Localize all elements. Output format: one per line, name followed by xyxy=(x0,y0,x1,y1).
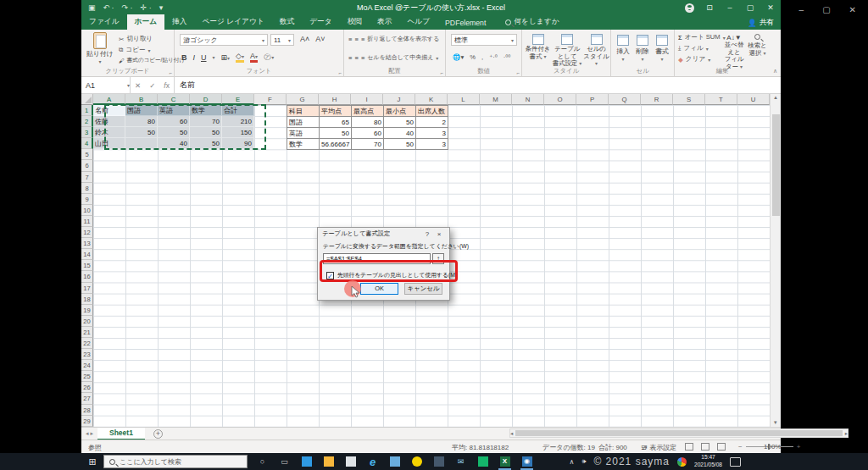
cut-button[interactable]: ✂切り取り xyxy=(119,35,153,43)
row-header[interactable]: 17 xyxy=(81,283,93,294)
row-header[interactable]: 3 xyxy=(81,127,93,138)
cell[interactable]: 数学 xyxy=(190,105,222,116)
tray-chevron-icon[interactable]: ∧ xyxy=(570,458,575,466)
column-header[interactable]: I xyxy=(351,94,383,105)
insert-function-icon[interactable]: fx xyxy=(164,81,170,90)
browser-logo-icon[interactable] xyxy=(677,457,687,467)
display-settings-button[interactable]: 🖳 表示設定 xyxy=(641,443,676,452)
page-break-view-icon[interactable] xyxy=(717,443,726,451)
row-header[interactable]: 10 xyxy=(81,205,93,216)
fill-color-icon[interactable]: ◇▾ xyxy=(236,52,244,63)
row-header[interactable]: 12 xyxy=(81,227,93,238)
column-header[interactable]: O xyxy=(544,94,576,105)
cell[interactable]: 60 xyxy=(158,116,190,127)
taskbar-search-input[interactable]: ここに入力して検索 xyxy=(103,455,248,468)
column-header[interactable]: F xyxy=(254,94,287,105)
column-header[interactable]: H xyxy=(319,94,351,105)
cell[interactable]: 80 xyxy=(352,117,384,128)
cell[interactable]: 70 xyxy=(352,139,384,150)
touch-mode-icon[interactable]: ✛ · xyxy=(141,3,152,12)
cell[interactable]: 56.66667 xyxy=(320,139,352,150)
cell[interactable]: 90 xyxy=(222,138,254,149)
row-header[interactable]: 26 xyxy=(81,382,93,393)
select-all-corner[interactable] xyxy=(81,94,93,105)
collapse-ribbon-icon[interactable]: ∧ xyxy=(773,68,777,75)
cell[interactable]: 科目 xyxy=(287,106,320,117)
phonetic-guide-icon[interactable]: ㋐▾ xyxy=(264,52,274,63)
tab-data[interactable]: データ xyxy=(302,14,339,30)
font-dialog-launcher-icon[interactable]: ⌐ xyxy=(338,70,342,75)
table-range-input[interactable]: =$A$1:$E$4 xyxy=(323,253,431,264)
tab-insert[interactable]: 挿入 xyxy=(164,14,194,30)
column-header[interactable]: C xyxy=(158,94,190,105)
font-name-select[interactable]: 游ゴシック▾ xyxy=(180,34,268,46)
column-header[interactable]: G xyxy=(287,94,319,105)
row-header[interactable]: 27 xyxy=(81,393,93,404)
row-header[interactable]: 9 xyxy=(81,194,93,205)
italic-button[interactable]: I xyxy=(193,53,196,62)
file-explorer-icon[interactable] xyxy=(321,456,336,468)
underline-button[interactable]: U xyxy=(201,53,207,62)
cell[interactable]: 80 xyxy=(125,116,158,127)
column-header[interactable]: L xyxy=(448,94,480,105)
row-header[interactable]: 19 xyxy=(81,305,93,316)
cell[interactable]: 50 xyxy=(125,127,158,138)
delete-cells-button[interactable]: 削除▾ xyxy=(633,35,652,62)
undo-icon[interactable]: ↶ · xyxy=(103,3,114,12)
sheet-tab-active[interactable]: Sheet1 xyxy=(97,428,145,440)
borders-icon[interactable]: ⊞▾ xyxy=(221,53,231,62)
formula-input[interactable]: 名前 xyxy=(175,77,781,93)
cell[interactable]: 英語 xyxy=(287,128,320,139)
save-icon[interactable]: ▣ xyxy=(88,3,96,12)
yellow-app-icon[interactable] xyxy=(409,456,424,468)
cell[interactable]: 国語 xyxy=(125,105,158,116)
cell[interactable]: 40 xyxy=(384,128,416,139)
column-header[interactable]: D xyxy=(190,94,222,105)
cell[interactable]: 70 xyxy=(190,116,222,127)
column-header[interactable]: T xyxy=(705,94,737,105)
column-header[interactable]: B xyxy=(125,94,158,105)
decrease-decimal-icon[interactable]: ·⁰⁰ xyxy=(504,53,511,61)
tab-view[interactable]: 表示 xyxy=(370,14,399,30)
cell[interactable]: 50 xyxy=(384,139,416,150)
tell-me-box[interactable]: 何をしますか xyxy=(500,14,564,30)
cell[interactable]: 英語 xyxy=(158,105,190,116)
row-header[interactable]: 21 xyxy=(81,327,93,338)
cell[interactable]: 鈴木 xyxy=(93,127,125,138)
clipboard-dialog-launcher-icon[interactable]: ⌐ xyxy=(169,70,172,75)
green-app-icon[interactable] xyxy=(476,456,490,468)
tab-formulas[interactable]: 数式 xyxy=(272,14,302,30)
align-top-icon[interactable]: ≡ xyxy=(348,36,352,43)
row-header[interactable]: 23 xyxy=(81,349,93,360)
photos-icon[interactable] xyxy=(299,456,314,468)
column-header[interactable]: E xyxy=(222,94,254,105)
horizontal-scroll-thumb[interactable] xyxy=(515,430,842,436)
row-header[interactable]: 29 xyxy=(81,416,93,427)
decrease-font-icon[interactable]: A˅ xyxy=(315,35,325,43)
comma-icon[interactable]: , xyxy=(481,53,483,61)
align-bottom-icon[interactable]: ≡ xyxy=(361,36,364,43)
wrap-text-button[interactable]: 折り返して全体を表示する xyxy=(367,35,439,43)
increase-font-icon[interactable]: A˄ xyxy=(300,35,309,43)
redo-icon[interactable]: ↷ · xyxy=(122,3,133,12)
sheet-nav-left-icon[interactable]: ◂ ▸ xyxy=(81,430,97,437)
collapse-dialog-icon[interactable]: ↑ xyxy=(432,253,444,264)
column-header[interactable]: N xyxy=(512,94,544,105)
cell[interactable]: 山田 xyxy=(93,138,125,149)
format-cells-button[interactable]: 書式▾ xyxy=(653,35,671,62)
clear-button[interactable]: ◆クリア▾ xyxy=(678,55,710,64)
normal-view-icon[interactable] xyxy=(685,443,693,451)
bg-restore-button[interactable]: ▢ xyxy=(822,5,830,14)
row-header[interactable]: 24 xyxy=(81,360,93,371)
font-size-select[interactable]: 11▾ xyxy=(270,34,294,46)
row-header[interactable]: 4 xyxy=(81,138,93,149)
excel-taskbar-icon[interactable]: X xyxy=(498,456,512,468)
align-center-icon[interactable]: ≡ xyxy=(354,54,358,62)
number-format-select[interactable]: 標準▾ xyxy=(451,34,517,46)
cell[interactable]: 50 xyxy=(190,138,222,149)
tab-home[interactable]: ホーム xyxy=(127,14,164,30)
recorder-icon[interactable]: ◉ xyxy=(520,456,534,468)
row-header[interactable]: 13 xyxy=(81,238,93,249)
cancel-entry-icon[interactable]: ✕ xyxy=(135,81,141,90)
tab-file[interactable]: ファイル xyxy=(81,14,127,30)
